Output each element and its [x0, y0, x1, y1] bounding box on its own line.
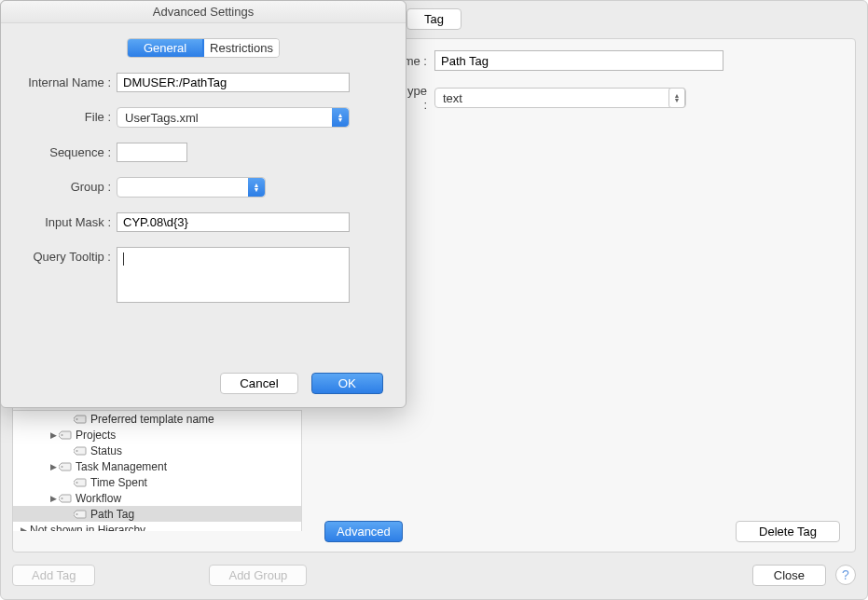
tree-item-label: Status	[90, 444, 122, 457]
modal-actions: Cancel OK	[220, 373, 383, 394]
add-tag-button[interactable]: Add Tag	[12, 565, 95, 586]
left-tree: Preferred template name▶ProjectsStatus▶T…	[13, 410, 302, 531]
tag-icon	[74, 446, 87, 456]
tab-control: General Restrictions	[127, 38, 280, 58]
svg-point-3	[62, 466, 63, 468]
tree-row[interactable]: Time Spent	[13, 474, 301, 490]
type-select[interactable]: text ▲ ▼	[434, 88, 686, 108]
tag-icon	[59, 430, 72, 440]
tree-row[interactable]: Path Tag	[13, 506, 301, 522]
tag-name-input[interactable]	[434, 50, 723, 71]
tag-icon	[59, 462, 72, 471]
stepper-icon: ▲▼	[332, 108, 349, 127]
input-mask-label: Input Mask :	[1, 212, 117, 229]
svg-point-5	[62, 498, 63, 499]
tree-item-label: Path Tag	[90, 508, 134, 521]
not-shown-label: Not shown in Hierarchy	[30, 524, 145, 532]
svg-point-6	[76, 513, 78, 515]
group-select[interactable]: ▲▼	[117, 177, 266, 198]
tab-general[interactable]: General	[128, 39, 203, 57]
tree-row[interactable]: ▶Workflow	[13, 490, 301, 506]
add-group-button[interactable]: Add Group	[209, 565, 307, 586]
query-tooltip-label: Query Tooltip :	[1, 247, 117, 264]
file-select[interactable]: UserTags.xml ▲▼	[117, 107, 350, 128]
tree-row[interactable]: ▶Projects	[13, 427, 301, 443]
internal-name-input[interactable]	[117, 73, 350, 92]
text-cursor-icon	[123, 252, 124, 266]
tag-icon	[74, 478, 87, 487]
tag-icon	[74, 510, 87, 519]
tree-item-label: Workflow	[76, 492, 121, 505]
svg-point-4	[76, 482, 78, 484]
modal-form: Internal Name : File : UserTags.xml ▲▼ S…	[1, 73, 406, 303]
tree-row[interactable]: Status	[13, 443, 301, 458]
chevron-right-icon: ▶	[19, 525, 28, 532]
tree-row[interactable]: Preferred template name	[13, 411, 301, 427]
svg-point-1	[62, 434, 63, 436]
query-tooltip-input[interactable]	[117, 247, 350, 303]
type-value: text	[443, 91, 462, 105]
ok-button[interactable]: OK	[311, 373, 383, 394]
tree-item-label: Projects	[76, 429, 116, 442]
stepper-icon: ▲▼	[248, 178, 265, 197]
chevron-right-icon: ▶	[48, 430, 58, 440]
file-label: File :	[1, 107, 117, 124]
tree-item-label: Preferred template name	[90, 413, 214, 426]
dialog-title: Advanced Settings	[1, 1, 406, 23]
advanced-button[interactable]: Advanced	[324, 521, 403, 542]
chevron-right-icon: ▶	[48, 494, 58, 503]
svg-point-0	[76, 418, 78, 420]
not-shown-row[interactable]: ▶ Not shown in Hierarchy	[13, 522, 301, 531]
input-mask-input[interactable]	[117, 212, 350, 232]
group-label: Group :	[1, 177, 117, 194]
footer: Add Tag Add Group Close ?	[12, 560, 856, 590]
tag-tab-button[interactable]: Tag	[406, 8, 462, 30]
advanced-settings-dialog: Advanced Settings General Restrictions I…	[0, 0, 406, 408]
tag-icon	[59, 494, 72, 503]
stepper-icon: ▲ ▼	[668, 88, 685, 108]
chevron-right-icon: ▶	[48, 462, 58, 471]
tree-item-label: Time Spent	[90, 476, 147, 489]
sequence-label: Sequence :	[1, 143, 117, 159]
file-value: UserTags.xml	[125, 111, 199, 125]
tree-item-label: Task Management	[76, 460, 167, 473]
delete-tag-button[interactable]: Delete Tag	[736, 521, 840, 542]
close-button[interactable]: Close	[752, 565, 826, 586]
tab-restrictions[interactable]: Restrictions	[203, 39, 279, 57]
help-icon[interactable]: ?	[835, 565, 856, 585]
tree-row[interactable]: ▶Task Management	[13, 458, 301, 474]
tag-icon	[74, 415, 87, 424]
svg-point-2	[76, 450, 78, 452]
cancel-button[interactable]: Cancel	[220, 373, 298, 394]
sequence-input[interactable]	[117, 143, 187, 162]
internal-name-label: Internal Name :	[1, 73, 117, 89]
